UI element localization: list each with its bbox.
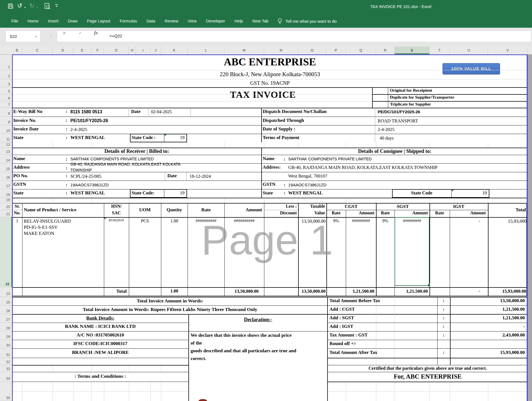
row-header-14[interactable]: 14	[0, 155, 12, 163]
th-sgst-rate[interactable]: Rate	[376, 210, 395, 215]
tab-developer[interactable]: Developer	[201, 14, 230, 28]
item-name-line2[interactable]: PD-IG-S-E1-SSV	[24, 225, 58, 230]
item-qty[interactable]: 1.00	[161, 219, 188, 223]
summary-cgst-value[interactable]: 1,21,500.00	[451, 307, 525, 312]
po-value[interactable]: SCPL/24-25/085	[70, 174, 101, 179]
summary-igst-value[interactable]: -	[451, 324, 525, 329]
item-name-line3[interactable]: MAKE EATON	[24, 231, 54, 236]
consignee-state-code[interactable]: 19	[451, 190, 487, 196]
row-header-16[interactable]: 16	[0, 172, 12, 181]
declaration-line4[interactable]: correct.	[191, 356, 206, 361]
print-preview-icon[interactable]	[44, 3, 50, 10]
eway-date-value[interactable]: 02-04-2025	[151, 109, 172, 114]
declaration-title[interactable]: Declaration:-	[189, 317, 327, 323]
terms-of-payment-label[interactable]: Terms of Payment	[263, 135, 300, 140]
item-sr[interactable]: 1	[12, 219, 22, 223]
invoice-no-value[interactable]: PE/101/FY2025-26	[70, 118, 108, 123]
summary-after-tax-label[interactable]: Total Amount After Tax	[329, 350, 377, 355]
col-header-R[interactable]: R	[376, 47, 395, 54]
receiver-state[interactable]: WEST BENGAL	[70, 190, 105, 196]
item-hsn[interactable]: 85362010	[104, 218, 129, 222]
declaration-line2[interactable]: of the	[191, 340, 202, 346]
receiver-state-code[interactable]: 19	[165, 190, 185, 196]
row-header-28[interactable]: 28	[0, 323, 12, 331]
save-icon[interactable]	[8, 3, 13, 9]
declaration-line1[interactable]: We declare that this invoice shows the a…	[191, 333, 291, 338]
copy-type-original[interactable]: Original for Receipient	[390, 88, 432, 93]
row-header-7[interactable]: 7	[0, 101, 12, 108]
th-hsn[interactable]: HSN/	[104, 204, 129, 209]
enter-icon[interactable]: ✓	[78, 30, 82, 36]
total-row-igst[interactable]: -	[450, 289, 480, 294]
for-company[interactable]: For, ABC ENTERPRISE	[328, 373, 528, 380]
col-header-B[interactable]: B	[12, 47, 22, 54]
selected-cell-S22[interactable]	[395, 217, 429, 286]
tab-insert[interactable]: Insert	[43, 14, 63, 28]
formula-text[interactable]: =+Q22	[109, 34, 122, 38]
state-value[interactable]: WEST BENGAL	[70, 135, 105, 140]
th-sac[interactable]: SAC	[104, 210, 129, 215]
row-header-15[interactable]: 15	[0, 163, 12, 172]
total-row-qty[interactable]: 1.00	[161, 289, 188, 294]
row-header-17[interactable]: 17	[0, 181, 12, 189]
row-header-11[interactable]: 11	[0, 134, 12, 142]
consignee-address-line2[interactable]: West Bengal, 700107	[288, 173, 327, 179]
dispatch-doc-value[interactable]: PE/DC/101/FY2025-26	[378, 109, 420, 114]
row-header-19[interactable]: 19	[0, 198, 12, 203]
redo-icon[interactable]: ↻	[29, 2, 34, 9]
col-header-J[interactable]: J	[150, 47, 161, 54]
summary-roundoff-label[interactable]: Round off +/-	[329, 341, 357, 346]
summary-before-tax-label[interactable]: Total Amount Before Tax	[329, 298, 380, 304]
col-header-O[interactable]: O	[298, 47, 326, 54]
copy-type-duplicate[interactable]: Duplicate for Supplier/Transporter	[390, 95, 454, 100]
row-header-32[interactable]: 32	[0, 358, 12, 365]
summary-gst-label[interactable]: Tax Amount : GST	[329, 332, 368, 338]
row-header-21[interactable]: 21	[0, 210, 12, 217]
consignee-state-code-label[interactable]: State Code	[392, 190, 451, 196]
col-header-D[interactable]: D	[53, 47, 73, 54]
invoice-title[interactable]: TAX INVOICE	[123, 89, 403, 100]
col-header-V[interactable]: V	[488, 47, 528, 54]
row-header-18[interactable]: 18	[0, 189, 12, 198]
bank-details-title[interactable]: Bank Details:	[12, 315, 188, 321]
row-header-12[interactable]: 12	[0, 142, 12, 148]
dispatch-doc-label[interactable]: Dispatch Document No/Challan	[263, 109, 326, 114]
row-header-35[interactable]: 35	[0, 382, 12, 401]
th-rate[interactable]: Rate	[188, 207, 224, 213]
item-igst-amount[interactable]: -	[450, 219, 480, 223]
date-of-supply-label[interactable]: Date of Supply :	[263, 126, 295, 132]
row-header-29[interactable]: 29	[0, 331, 12, 340]
consignee-name-label[interactable]: Name	[263, 156, 274, 161]
item-total[interactable]: 15,93,000	[488, 219, 527, 224]
col-header-I[interactable]: I	[136, 47, 150, 54]
row-header-26[interactable]: 26	[0, 305, 12, 314]
name-box-caret-icon[interactable]: ▾	[35, 35, 37, 38]
copy-type-triplicate[interactable]: Triplicate for Supplier	[390, 102, 431, 107]
col-header-G[interactable]: G	[104, 47, 129, 54]
consignee-gstn-label[interactable]: GSTN	[263, 182, 275, 187]
tab-data[interactable]: Data	[142, 14, 160, 28]
th-total[interactable]: Total	[488, 207, 526, 213]
col-header-M[interactable]: M	[224, 47, 264, 54]
th-value[interactable]: Value	[298, 210, 325, 215]
receiver-name-label[interactable]: Name	[13, 156, 25, 161]
po-date-value[interactable]: 18-12-2024	[190, 174, 211, 179]
col-header-N[interactable]: N	[264, 47, 298, 54]
tab-home[interactable]: Home	[23, 14, 43, 28]
tell-me-box[interactable]: Tell me what you want to do	[285, 19, 337, 24]
row-header-8[interactable]: 8	[0, 108, 12, 117]
declaration-line3[interactable]: goods described and that all particulars…	[191, 348, 296, 354]
consignee-state[interactable]: WEST BENGAL	[288, 190, 323, 196]
bank-account[interactable]: A/C NO :031705002610	[12, 332, 188, 338]
th-igst-amount[interactable]: Amount	[450, 210, 486, 215]
th-amount[interactable]: Amount	[224, 207, 262, 213]
total-row-amount[interactable]: 13,50,000.00	[224, 289, 259, 294]
po-label[interactable]: PO No.	[13, 173, 28, 179]
col-header-L[interactable]: L	[188, 47, 224, 54]
receiver-state-label[interactable]: State	[13, 190, 24, 196]
consignee-address[interactable]: GB-40, RAJDANGA MAIN ROAD, KOLKATA,EAST …	[288, 165, 438, 170]
th-igst-rate[interactable]: Rate	[429, 210, 450, 215]
summary-sgst-value[interactable]: 1,21,500.00	[451, 315, 525, 321]
row-header-5[interactable]: 5	[0, 87, 12, 94]
th-discount[interactable]: Discount	[264, 210, 297, 215]
